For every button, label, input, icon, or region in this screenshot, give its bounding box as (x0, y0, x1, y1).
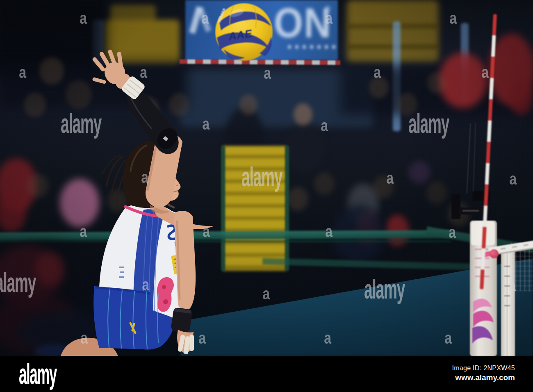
image-id-text: Image ID: 2NPXW45 (452, 365, 515, 372)
serving-hand (92, 49, 125, 84)
footer-info: Image ID: 2NPXW45 www.alamy.com (452, 365, 515, 382)
image-id-label: Image ID: (452, 365, 481, 371)
alamy-logo: alamy (19, 360, 57, 388)
stock-photo-page: ON ® (0, 0, 533, 392)
lower-hand (177, 330, 194, 355)
volleyball-player (0, 0, 533, 356)
image-id-value: 2NPXW45 (483, 365, 515, 371)
wristband (171, 307, 193, 333)
alamy-url: www.alamy.com (452, 373, 515, 382)
face-nostril (176, 185, 178, 186)
alamy-footer-bar: alamy Image ID: 2NPXW45 www.alamy.com (0, 356, 533, 392)
photo-area: ON ® (0, 0, 533, 356)
